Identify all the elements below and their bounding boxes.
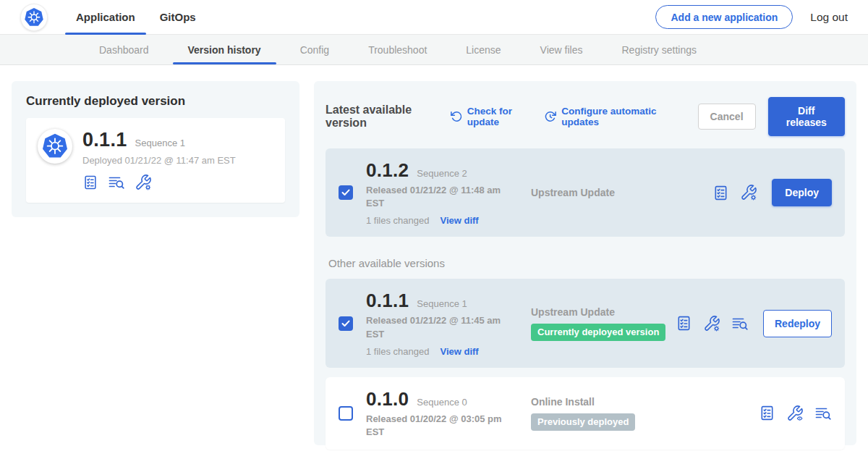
add-application-button[interactable]: Add a new application — [655, 5, 793, 29]
subnav-troubleshoot-label: Troubleshoot — [368, 44, 427, 56]
cancel-button[interactable]: Cancel — [698, 104, 756, 130]
currently-deployed-panel: Currently deployed version 0.1.1 Sequenc… — [12, 81, 299, 217]
subnav-license[interactable]: License — [446, 35, 520, 64]
subnav-config[interactable]: Config — [281, 35, 349, 64]
released-timestamp: Released 01/21/22 @ 11:48 am EST — [366, 184, 505, 210]
other-versions-title: Other available versions — [328, 257, 845, 269]
tab-gitops[interactable]: GitOps — [148, 0, 208, 34]
deploy-logs-icon[interactable] — [108, 174, 125, 191]
version-source: Online Install — [531, 396, 759, 408]
preflight-checks-icon[interactable] — [712, 185, 729, 201]
previously-deployed-badge: Previously deployed — [531, 413, 635, 431]
preflight-checks-icon[interactable] — [82, 174, 98, 190]
subnav-view-files-label: View files — [540, 44, 583, 56]
subnav-config-label: Config — [300, 44, 329, 56]
deploy-button[interactable]: Deploy — [772, 179, 832, 206]
view-diff-link[interactable]: View diff — [440, 346, 478, 357]
sequence-label: Sequence 0 — [417, 397, 467, 408]
view-config-icon[interactable] — [786, 405, 804, 422]
app-subnav: Dashboard Version history Config Trouble… — [0, 35, 868, 65]
currently-deployed-title: Currently deployed version — [26, 94, 285, 109]
view-diff-link[interactable]: View diff — [440, 215, 478, 226]
version-source: Upstream Update — [531, 187, 712, 198]
version-number: 0.1.0 — [366, 388, 409, 410]
deploy-logs-icon[interactable] — [731, 315, 749, 332]
released-timestamp: Released 01/20/22 @ 03:05 pm EST — [366, 413, 505, 439]
auto-update-clock-icon — [544, 110, 557, 123]
files-changed-label: 1 files changed — [366, 215, 429, 226]
version-card-0-1-2: 0.1.2 Sequence 2 Released 01/21/22 @ 11:… — [326, 148, 845, 237]
configure-auto-updates-link[interactable]: Configure automatic updates — [544, 106, 673, 127]
subnav-version-history-label: Version history — [188, 44, 261, 56]
version-source: Upstream Update — [531, 306, 676, 318]
currently-deployed-badge: Currently deployed version — [531, 324, 665, 341]
subnav-view-files[interactable]: View files — [521, 35, 603, 64]
version-number: 0.1.2 — [366, 159, 409, 182]
check-icon — [341, 320, 350, 327]
tab-gitops-label: GitOps — [160, 11, 196, 23]
subnav-license-label: License — [466, 44, 501, 56]
version-checkbox-0-1-2[interactable] — [339, 185, 353, 200]
check-icon — [341, 189, 350, 196]
subnav-version-history[interactable]: Version history — [169, 35, 281, 64]
redeploy-button[interactable]: Redeploy — [763, 310, 832, 337]
logout-link[interactable]: Log out — [810, 11, 848, 24]
deployed-version-number: 0.1.1 — [82, 129, 127, 151]
subnav-troubleshoot[interactable]: Troubleshoot — [349, 35, 446, 64]
subnav-dashboard[interactable]: Dashboard — [80, 35, 169, 64]
refresh-icon — [450, 110, 463, 123]
version-checkbox-0-1-1[interactable] — [339, 316, 353, 331]
latest-version-header: Latest available version Check for updat… — [326, 93, 845, 139]
config-icon[interactable] — [135, 174, 152, 191]
tab-application[interactable]: Application — [64, 0, 148, 34]
deployed-timestamp: Deployed 01/21/22 @ 11:47 am EST — [82, 155, 236, 166]
deployed-version-card: 0.1.1 Sequence 1 Deployed 01/21/22 @ 11:… — [26, 118, 285, 203]
preflight-checks-icon[interactable] — [759, 405, 775, 421]
check-for-update-label: Check for update — [467, 106, 532, 127]
config-icon[interactable] — [740, 184, 757, 201]
version-card-0-1-1: 0.1.1 Sequence 1 Released 01/21/22 @ 11:… — [326, 279, 845, 367]
deployed-sequence-label: Sequence 1 — [135, 138, 185, 148]
version-history-panel: Latest available version Check for updat… — [314, 81, 856, 445]
released-timestamp: Released 01/21/22 @ 11:45 am EST — [366, 314, 505, 340]
subnav-dashboard-label: Dashboard — [99, 44, 149, 56]
header-actions: Add a new application Log out — [655, 5, 848, 29]
kubernetes-helm-icon — [23, 7, 45, 28]
configure-auto-updates-label: Configure automatic updates — [561, 106, 673, 127]
latest-available-title: Latest available version — [326, 104, 436, 130]
tab-application-label: Application — [76, 11, 135, 23]
version-checkbox-0-1-0[interactable] — [339, 406, 353, 421]
top-nav: Application GitOps Add a new application… — [0, 0, 868, 35]
subnav-registry-settings-label: Registry settings — [621, 44, 696, 56]
version-card-0-1-0: 0.1.0 Sequence 0 Released 01/20/22 @ 03:… — [326, 377, 845, 450]
sequence-label: Sequence 2 — [417, 168, 467, 179]
app-level-tabs: Application GitOps — [64, 0, 208, 34]
kubernetes-logo — [20, 4, 48, 31]
subnav-registry-settings[interactable]: Registry settings — [602, 35, 715, 64]
diff-releases-button[interactable]: Diff releases — [768, 97, 845, 136]
check-for-update-link[interactable]: Check for update — [450, 106, 532, 127]
kubernetes-app-icon — [38, 129, 72, 164]
sequence-label: Sequence 1 — [417, 298, 467, 309]
config-icon[interactable] — [703, 315, 720, 332]
files-changed-label: 1 files changed — [366, 346, 429, 357]
version-number: 0.1.1 — [366, 290, 409, 312]
deploy-logs-icon[interactable] — [814, 405, 832, 422]
preflight-checks-icon[interactable] — [676, 315, 692, 332]
